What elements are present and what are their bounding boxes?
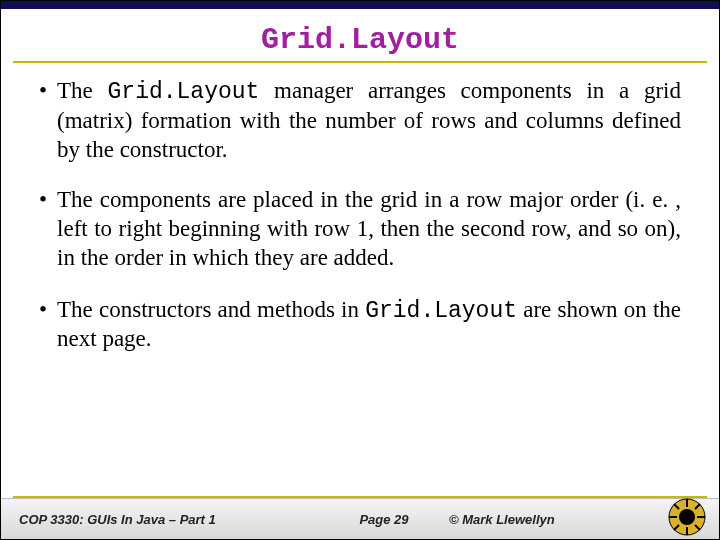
slide: Grid.Layout • The Grid.Layout manager ar… <box>0 0 720 540</box>
footer-bar: COP 3330: GUIs In Java – Part 1 Page 29 … <box>1 498 719 539</box>
bullet-text-prefix: The <box>57 78 107 103</box>
title-underline <box>13 61 707 63</box>
bullet-item: • The Grid.Layout manager arranges compo… <box>39 77 681 164</box>
slide-title: Grid.Layout <box>1 23 719 57</box>
bullet-dot: • <box>39 186 47 215</box>
bullet-item: • The constructors and methods in Grid.L… <box>39 296 681 355</box>
bullet-item: • The components are placed in the grid … <box>39 186 681 273</box>
bullet-dot: • <box>39 296 47 325</box>
ucf-logo-icon <box>667 497 707 537</box>
bullet-dot: • <box>39 77 47 106</box>
footer-page: Page 29 <box>319 512 449 527</box>
svg-point-1 <box>679 509 695 525</box>
slide-content: • The Grid.Layout manager arranges compo… <box>1 77 719 354</box>
footer: COP 3330: GUIs In Java – Part 1 Page 29 … <box>1 496 719 539</box>
bullet-code: Grid.Layout <box>365 298 517 324</box>
bullet-code: Grid.Layout <box>108 79 260 105</box>
footer-copyright: © Mark Llewellyn <box>449 512 609 527</box>
top-bar <box>1 1 719 9</box>
bullet-text-prefix: The components are placed in the grid in… <box>57 187 681 270</box>
footer-course: COP 3330: GUIs In Java – Part 1 <box>19 512 319 527</box>
bullet-text-prefix: The constructors and methods in <box>57 297 365 322</box>
